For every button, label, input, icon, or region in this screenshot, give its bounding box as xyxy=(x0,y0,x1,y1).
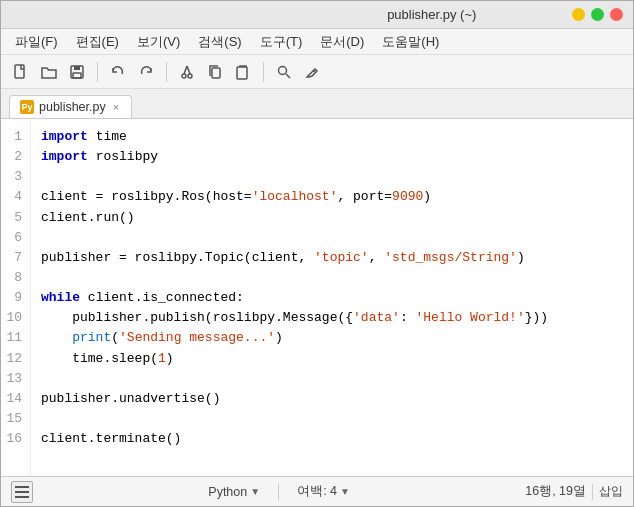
line-num-4: 4 xyxy=(1,187,22,207)
status-center: Python ▼ 여백: 4 ▼ xyxy=(208,483,350,500)
highlighter-button[interactable] xyxy=(300,60,324,84)
menu-edit[interactable]: 편집(E) xyxy=(68,31,127,53)
status-bar: Python ▼ 여백: 4 ▼ 16행, 19열 삽입 xyxy=(1,476,633,506)
title-text: publisher.py (~) xyxy=(292,7,573,22)
line-num-13: 13 xyxy=(1,369,22,389)
svg-rect-9 xyxy=(237,67,247,79)
tab-file-icon: Py xyxy=(20,100,34,114)
new-file-button[interactable] xyxy=(9,60,33,84)
undo-button[interactable] xyxy=(106,60,130,84)
menu-help[interactable]: 도움말(H) xyxy=(374,31,447,53)
svg-line-7 xyxy=(187,66,190,74)
window-controls xyxy=(572,8,623,21)
line-num-11: 11 xyxy=(1,328,22,348)
line-num-6: 6 xyxy=(1,228,22,248)
maximize-button[interactable] xyxy=(591,8,604,21)
svg-line-6 xyxy=(184,66,187,74)
line-num-5: 5 xyxy=(1,208,22,228)
menu-search[interactable]: 검색(S) xyxy=(190,31,249,53)
svg-rect-3 xyxy=(73,73,81,78)
line-num-15: 15 xyxy=(1,409,22,429)
svg-point-10 xyxy=(279,66,287,74)
tab-bar: Py publisher.py × xyxy=(1,89,633,119)
language-selector[interactable]: Python ▼ xyxy=(208,485,260,499)
svg-rect-13 xyxy=(15,486,29,488)
menu-file[interactable]: 파일(F) xyxy=(7,31,66,53)
insert-mode: 삽입 xyxy=(599,483,623,500)
open-file-button[interactable] xyxy=(37,60,61,84)
svg-rect-15 xyxy=(15,496,29,498)
language-arrow: ▼ xyxy=(250,486,260,497)
toolbar-separator-1 xyxy=(97,62,98,82)
cut-button[interactable] xyxy=(175,60,199,84)
line-num-2: 2 xyxy=(1,147,22,167)
line-num-7: 7 xyxy=(1,248,22,268)
line-num-12: 12 xyxy=(1,349,22,369)
svg-rect-8 xyxy=(212,68,220,78)
svg-line-11 xyxy=(286,74,290,78)
language-label: Python xyxy=(208,485,247,499)
svg-point-5 xyxy=(188,74,192,78)
copy-button[interactable] xyxy=(203,60,227,84)
line-num-8: 8 xyxy=(1,268,22,288)
menu-docs[interactable]: 문서(D) xyxy=(312,31,372,53)
svg-rect-14 xyxy=(15,491,29,493)
sidebar-toggle-button[interactable] xyxy=(11,481,33,503)
toolbar-separator-3 xyxy=(263,62,264,82)
toolbar xyxy=(1,55,633,89)
line-num-14: 14 xyxy=(1,389,22,409)
indent-label: 여백: 4 xyxy=(297,483,337,500)
tab-close-button[interactable]: × xyxy=(111,101,121,113)
line-num-16: 16 xyxy=(1,429,22,449)
line-num-3: 3 xyxy=(1,167,22,187)
paste-button[interactable] xyxy=(231,60,255,84)
tab-filename: publisher.py xyxy=(39,100,106,114)
svg-rect-0 xyxy=(15,65,24,78)
status-right: 16행, 19열 삽입 xyxy=(525,483,623,500)
cursor-position: 16행, 19열 xyxy=(525,483,586,500)
status-separator-1 xyxy=(278,484,279,500)
status-separator-2 xyxy=(592,484,593,500)
status-left xyxy=(11,481,33,503)
line-numbers: 1 2 3 4 5 6 7 8 9 10 11 12 13 14 15 16 xyxy=(1,119,31,476)
line-num-10: 10 xyxy=(1,308,22,328)
line-num-9: 9 xyxy=(1,288,22,308)
minimize-button[interactable] xyxy=(572,8,585,21)
indent-selector[interactable]: 여백: 4 ▼ xyxy=(297,483,350,500)
save-file-button[interactable] xyxy=(65,60,89,84)
line-num-1: 1 xyxy=(1,127,22,147)
menu-bar: 파일(F) 편집(E) 보기(V) 검색(S) 도구(T) 문서(D) 도움말(… xyxy=(1,29,633,55)
indent-arrow: ▼ xyxy=(340,486,350,497)
redo-button[interactable] xyxy=(134,60,158,84)
close-button[interactable] xyxy=(610,8,623,21)
title-bar: publisher.py (~) xyxy=(1,1,633,29)
search-button[interactable] xyxy=(272,60,296,84)
svg-rect-2 xyxy=(74,66,80,70)
svg-point-4 xyxy=(182,74,186,78)
menu-tools[interactable]: 도구(T) xyxy=(252,31,311,53)
code-editor[interactable]: import time import roslibpy client = ros… xyxy=(31,119,633,476)
menu-view[interactable]: 보기(V) xyxy=(129,31,188,53)
tab-publisher-py[interactable]: Py publisher.py × xyxy=(9,95,132,118)
toolbar-separator-2 xyxy=(166,62,167,82)
code-area: 1 2 3 4 5 6 7 8 9 10 11 12 13 14 15 16 i… xyxy=(1,119,633,476)
